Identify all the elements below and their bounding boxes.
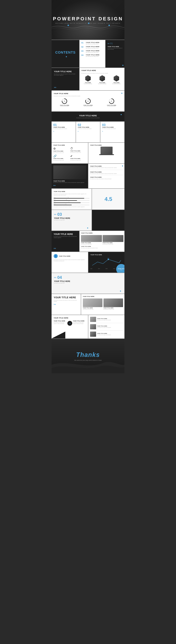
stacked-item-1: YOUR TITLE HERE the welcome you play wor… — [90, 166, 123, 168]
chevron-2: » — [78, 130, 79, 132]
vsr-title-1: YOUR TITLE HERE — [97, 318, 111, 320]
vsr-sub-3: the welcome you play world network — [97, 334, 111, 336]
thanks-title: Thanks — [74, 351, 101, 358]
dark-photo-sub: the welcome you play world network of si… — [53, 182, 86, 183]
row-timeline: 👤 YOUR TITLE HERE the welcome you play w… — [52, 252, 124, 273]
content-item-3: 03 YOUR TITLE HERE the welcome you play … — [81, 50, 103, 53]
circle-ring-2: 4/5 — [85, 98, 91, 104]
num-title-2: YOUR TITLE HERE — [78, 126, 98, 128]
prog-label-4: 2013 ─────────────── 3.3 — [54, 204, 89, 204]
two-photos-right: YOUR TITLE HERE YOUR TITLE HERE the welc… — [81, 294, 124, 315]
content-num-2: 02 — [81, 46, 85, 48]
hero-title: POWERPOINT DESIGN — [53, 16, 123, 22]
hex-shape-3 — [114, 75, 119, 82]
landscape-2 — [103, 298, 123, 307]
stacked-item-3: YOUR TITLE HERE the welcome you play wor… — [90, 176, 123, 180]
section04-sub: the welcome you play world — [54, 282, 122, 284]
row-vs: YOUR TITLE HERE YOUR TITLE HERE the welc… — [52, 315, 124, 338]
section03-left: » 03 YOUR TITLE HERE the welcome you pla… — [52, 210, 91, 230]
icon-sub-3: the welcome you play world — [53, 160, 69, 161]
row-rating: YOUR TITLE HERE the welcome you play wor… — [52, 189, 124, 210]
photo-2 — [103, 235, 123, 242]
overlay-text: YOUR TITLE HERE — [118, 268, 124, 270]
row-icons: YOUR TITLE HERE ⚙ YOUR TITLE HERE the we… — [52, 143, 124, 163]
rating-right: 4.5 — [92, 189, 124, 210]
content-num-1: 01 — [81, 42, 85, 44]
year-2013: 2013 — [90, 268, 92, 269]
prog-3: 2012 ──────────────────── 4.2 — [54, 201, 89, 203]
row-section04: » 04 YOUR TITLE HERE the welcome you pla… — [52, 273, 124, 294]
profile-sub-3: the welcome you play — [112, 83, 120, 84]
contents-highlight: ENTS — [66, 50, 76, 54]
timeline-panel: YOUR TITLE HERE 3.5 2013 2014 2015 2016 … — [88, 252, 124, 273]
rating-number: 4.5 — [104, 196, 112, 202]
person-sub: the welcome you play world network of si… — [54, 259, 86, 262]
circle-2: 4/5 YOUR TITLE HERE the welcome you play — [83, 98, 93, 107]
vs-comparison: YOUR TITLE HERE the welcome you play wor… — [54, 320, 86, 326]
stacked-sub-3: the welcome you play world network of si… — [90, 178, 123, 180]
profiles-sub: the welcome you play world network of si… — [81, 73, 123, 74]
profiles-title: YOUR TITLE HERE — [81, 70, 123, 72]
svg-text:3.5: 3.5 — [107, 258, 109, 259]
timeline-title: YOUR TITLE HERE — [90, 254, 123, 256]
section04-dot — [120, 290, 121, 292]
photo-left-title: YOUR TITLE HERE — [54, 233, 77, 236]
stacked-sub-2: the welcome you play world network of si… — [90, 173, 123, 174]
prog-label-1: 2010 ─────────────────── 4.5 — [54, 197, 89, 198]
vs-label: VS — [69, 323, 71, 324]
icon-item-3: 🔗 YOUR TITLE HERE the welcome you play w… — [53, 154, 69, 161]
left-big-title: YOUR TITLE HERE — [54, 70, 77, 73]
person-icon: 👤 — [55, 255, 57, 257]
two-photos-title: YOUR TITLE HERE — [83, 296, 123, 297]
stacked-right: YOUR TITLE HERE the welcome you play wor… — [88, 164, 124, 188]
year-2015: 2015 — [105, 268, 107, 269]
vs-right-sub: the welcome you play world network of si… — [73, 322, 86, 324]
numbered-1: 01 YOUR TITLE HERE the welcome you play … — [52, 122, 76, 142]
vs-right-content: YOUR TITLE HERE the welcome you play wor… — [73, 320, 86, 324]
num-sub-1: the welcome you play world network — [53, 128, 74, 130]
contents-label: CONTENTS — [55, 50, 76, 54]
laptop-title: YOUR TITLE HERE — [90, 144, 123, 146]
person-title: YOUR TITLE HERE — [59, 256, 71, 257]
content-sub-2: the welcome you play world — [86, 48, 99, 48]
icon-item-2: ⏱ YOUR TITLE HERE the welcome you play w… — [70, 147, 86, 153]
link-icon: 🔗 — [53, 154, 69, 158]
vsr-sub-2: the welcome you play world network — [97, 327, 111, 328]
icon-label-3: YOUR TITLE HERE — [53, 158, 69, 160]
icon-label-4: YOUR TITLE HERE — [70, 158, 86, 160]
num-sub-3: the welcome you play world network — [102, 128, 123, 130]
circle-sub-1: the welcome you play — [60, 106, 69, 107]
section04-chevron: » — [54, 276, 56, 279]
profiles-panel: YOUR TITLE HERE the welcome you play wor… — [80, 68, 124, 90]
big-title-chevron: » — [54, 303, 79, 306]
icon-sub-2: the welcome you play world — [70, 152, 86, 153]
vs-left-sub: the welcome you play world network of si… — [54, 322, 67, 324]
section03-num: 03 — [57, 212, 62, 216]
thanks-slide: Thanks We welcome your play world networ… — [52, 339, 124, 373]
content-item-2: 02 YOUR TITLE HERE the welcome you play … — [81, 46, 103, 48]
section03-right — [92, 210, 124, 230]
thanks-content: Thanks We welcome your play world networ… — [74, 351, 101, 361]
icon-sub-1: the welcome you play world — [53, 152, 69, 153]
numbered-3: 03 YOUR TITLE HERE the welcome you play … — [100, 122, 124, 142]
vsr-photo-1 — [90, 317, 96, 322]
content-title-4: YOUR TITLE HERE — [86, 54, 99, 56]
stacked-item-2: YOUR TITLE HERE the welcome you play wor… — [90, 171, 123, 174]
photo-right-title: YOUR TITLE HERE — [81, 232, 123, 234]
vs-left-panel: YOUR TITLE HERE YOUR TITLE HERE the welc… — [52, 315, 88, 338]
rating-footer: the welcome you play world network of si… — [54, 206, 89, 208]
year-2016: 2016 — [113, 268, 115, 269]
content-sub-4: the welcome you play world — [86, 56, 99, 57]
photo-item-3: YOUR TITLE HERE the welcome you play wor… — [81, 246, 123, 249]
stacked-title-1: YOUR TITLE HERE — [90, 166, 123, 167]
photo-right: YOUR TITLE HERE YOUR TITLE HERE the welc… — [80, 231, 124, 252]
vsr-div-2 — [90, 330, 123, 330]
stacked-title-2: YOUR TITLE HERE — [90, 171, 123, 173]
thanks-t: T — [76, 351, 80, 358]
overlay-sub: HERE — [118, 269, 124, 270]
dark-photo-title: YOUR TITLE HERE — [53, 180, 86, 182]
right-photo-2: YOUR TITLE HERE the welcome you play wor… — [103, 298, 123, 310]
photo-label-3: YOUR TITLE HERE — [81, 246, 123, 247]
accent-dot-circles — [121, 93, 122, 94]
right-dark-sub: the welcome you play world network of si… — [108, 48, 123, 50]
